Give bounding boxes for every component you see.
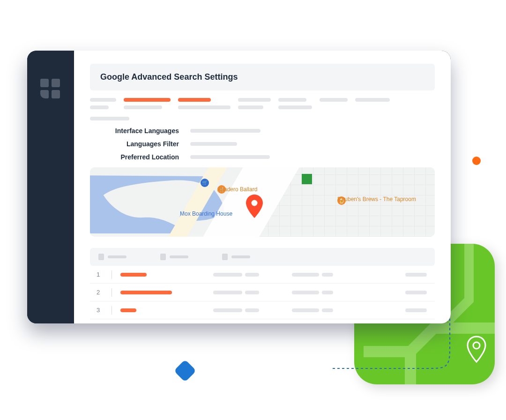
setting-label: Preferred Location — [90, 153, 179, 161]
table-col-2[interactable] — [160, 254, 188, 260]
table-row[interactable]: 2 — [90, 284, 435, 301]
tab-4[interactable] — [278, 98, 306, 102]
setting-value-placeholder[interactable] — [190, 155, 270, 159]
row-index: 2 — [97, 289, 103, 296]
table-row[interactable]: 3 — [90, 301, 435, 319]
setting-languages-filter: Languages Filter — [90, 140, 435, 148]
poi-label: Asadero Ballard — [217, 186, 257, 193]
row-index: 1 — [97, 271, 103, 278]
poi-asadero[interactable]: 🍴 Asadero Ballard — [217, 185, 226, 194]
setting-value-placeholder[interactable] — [190, 129, 260, 133]
blue-waypoint-icon — [174, 360, 196, 382]
svg-point-0 — [473, 342, 480, 349]
poi-mox[interactable]: Mox Boarding House — [180, 210, 232, 217]
setting-preferred-location: Preferred Location — [90, 153, 435, 161]
table-col-3[interactable] — [222, 254, 250, 260]
tab-6[interactable] — [355, 98, 390, 102]
svg-point-2 — [252, 200, 258, 206]
tab-active-1[interactable] — [124, 98, 171, 102]
settings-block: Interface Languages Languages Filter Pre… — [90, 127, 435, 161]
orange-node-icon — [472, 157, 481, 165]
tab-active-2[interactable] — [178, 98, 211, 102]
row-index: 3 — [97, 307, 103, 314]
shopping-icon: 🛒 — [201, 179, 209, 187]
table-row[interactable]: 1 — [90, 266, 435, 284]
setting-label: Languages Filter — [90, 140, 179, 148]
page-title: Google Advanced Search Settings — [90, 64, 435, 90]
setting-value-placeholder[interactable] — [190, 142, 237, 146]
sidebar — [27, 51, 74, 323]
table-col-1[interactable] — [98, 254, 126, 260]
app-window: Google Advanced Search Settings Interfac… — [27, 51, 451, 323]
tab-7[interactable] — [90, 117, 129, 120]
content-pane: Google Advanced Search Settings Interfac… — [74, 51, 451, 323]
dashboard-icon[interactable] — [40, 79, 61, 99]
park-icon — [302, 174, 312, 184]
tab-strip — [90, 98, 435, 120]
map-preview[interactable]: 🛒 🍴 Asadero Ballard Mox Boarding House 🍺… — [90, 167, 435, 237]
map-pin-outline-icon — [466, 336, 487, 365]
map-pin-icon[interactable] — [246, 195, 263, 220]
poi-reubens[interactable]: 🍺 Reuben's Brews - The Taproom — [337, 196, 346, 205]
tab-5[interactable] — [320, 98, 348, 102]
table-header — [90, 248, 435, 266]
setting-interface-languages: Interface Languages — [90, 127, 435, 135]
setting-label: Interface Languages — [90, 127, 179, 135]
tab-3[interactable] — [238, 98, 271, 102]
poi-label: Reuben's Brews - The Taproom — [337, 196, 416, 203]
poi-shopping: 🛒 — [201, 178, 209, 187]
